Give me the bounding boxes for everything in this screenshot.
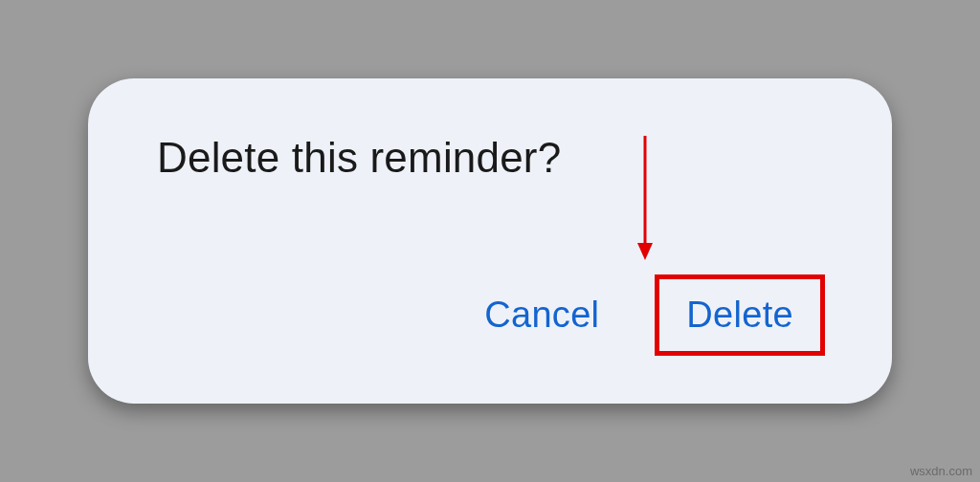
svg-marker-1 — [637, 243, 653, 260]
watermark-text: wsxdn.com — [910, 464, 972, 478]
dialog-button-row: Cancel Delete — [145, 274, 835, 365]
confirm-dialog: Delete this reminder? Cancel Delete — [88, 78, 892, 404]
cancel-button[interactable]: Cancel — [457, 279, 626, 351]
arrow-down-icon — [635, 136, 655, 260]
dialog-title: Delete this reminder? — [145, 126, 835, 182]
delete-button-highlight: Delete — [655, 274, 825, 356]
delete-button[interactable]: Delete — [659, 279, 820, 351]
